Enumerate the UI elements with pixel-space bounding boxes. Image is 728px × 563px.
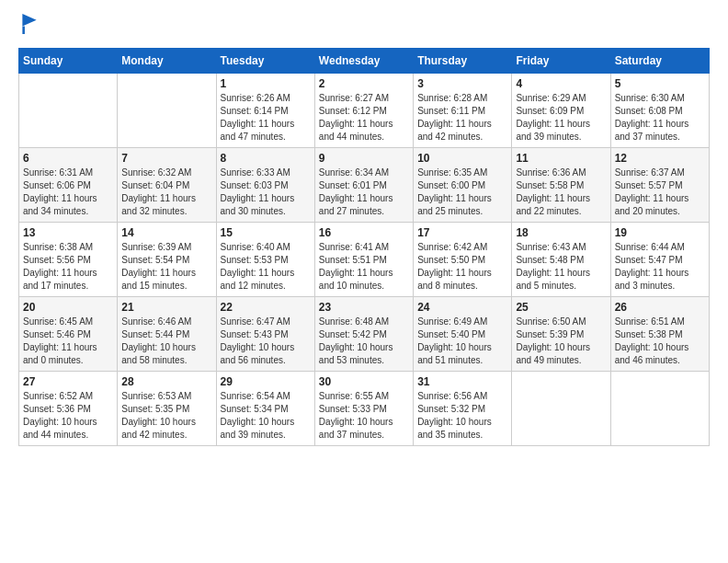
week-row-1: 1Sunrise: 6:26 AMSunset: 6:14 PMDaylight… <box>19 74 710 148</box>
svg-rect-1 <box>22 27 25 34</box>
page: SundayMondayTuesdayWednesdayThursdayFrid… <box>0 0 728 563</box>
day-number: 4 <box>516 77 606 90</box>
header-tuesday: Tuesday <box>216 49 314 74</box>
header <box>18 15 710 37</box>
cell-w3-d3: 16Sunrise: 6:41 AMSunset: 5:51 PMDayligh… <box>314 223 413 297</box>
header-saturday: Saturday <box>610 49 709 74</box>
day-info: Sunrise: 6:47 AMSunset: 5:43 PMDaylight:… <box>221 316 311 367</box>
header-sunday: Sunday <box>19 49 118 74</box>
day-info: Sunrise: 6:42 AMSunset: 5:50 PMDaylight:… <box>417 241 507 293</box>
day-number: 7 <box>121 152 211 165</box>
cell-w1-d1 <box>118 74 216 148</box>
day-info: Sunrise: 6:31 AMSunset: 6:06 PMDaylight:… <box>23 167 113 218</box>
cell-w2-d2: 8Sunrise: 6:33 AMSunset: 6:03 PMDaylight… <box>216 148 314 223</box>
day-number: 23 <box>319 301 409 314</box>
day-info: Sunrise: 6:27 AMSunset: 6:12 PMDaylight:… <box>319 92 409 144</box>
day-info: Sunrise: 6:26 AMSunset: 6:14 PMDaylight:… <box>221 92 311 144</box>
day-number: 3 <box>417 77 507 90</box>
cell-w3-d0: 13Sunrise: 6:38 AMSunset: 5:56 PMDayligh… <box>19 223 118 297</box>
day-number: 10 <box>417 152 507 165</box>
day-info: Sunrise: 6:52 AMSunset: 5:36 PMDaylight:… <box>23 390 113 442</box>
week-row-2: 6Sunrise: 6:31 AMSunset: 6:06 PMDaylight… <box>19 148 710 223</box>
cell-w5-d6 <box>610 372 709 446</box>
day-number: 19 <box>615 226 705 239</box>
day-number: 11 <box>516 152 606 165</box>
cell-w1-d4: 3Sunrise: 6:28 AMSunset: 6:11 PMDaylight… <box>414 74 512 148</box>
week-row-4: 20Sunrise: 6:45 AMSunset: 5:46 PMDayligh… <box>19 297 710 372</box>
cell-w5-d5 <box>512 372 610 446</box>
day-info: Sunrise: 6:48 AMSunset: 5:42 PMDaylight:… <box>319 316 409 367</box>
weekday-header-row: SundayMondayTuesdayWednesdayThursdayFrid… <box>19 49 710 74</box>
calendar-table: SundayMondayTuesdayWednesdayThursdayFrid… <box>18 48 710 446</box>
cell-w2-d5: 11Sunrise: 6:36 AMSunset: 5:58 PMDayligh… <box>512 148 610 223</box>
day-number: 18 <box>516 226 606 239</box>
day-info: Sunrise: 6:39 AMSunset: 5:54 PMDaylight:… <box>121 241 211 293</box>
cell-w4-d5: 25Sunrise: 6:50 AMSunset: 5:39 PMDayligh… <box>512 297 610 372</box>
day-number: 17 <box>417 226 507 239</box>
logo <box>18 15 38 37</box>
cell-w5-d0: 27Sunrise: 6:52 AMSunset: 5:36 PMDayligh… <box>19 372 118 446</box>
day-info: Sunrise: 6:45 AMSunset: 5:46 PMDaylight:… <box>23 316 113 367</box>
day-number: 13 <box>23 226 113 239</box>
cell-w5-d1: 28Sunrise: 6:53 AMSunset: 5:35 PMDayligh… <box>118 372 216 446</box>
day-number: 31 <box>417 375 507 388</box>
day-number: 8 <box>221 152 311 165</box>
cell-w3-d5: 18Sunrise: 6:43 AMSunset: 5:48 PMDayligh… <box>512 223 610 297</box>
cell-w1-d5: 4Sunrise: 6:29 AMSunset: 6:09 PMDaylight… <box>512 74 610 148</box>
day-number: 16 <box>319 226 409 239</box>
day-number: 12 <box>615 152 705 165</box>
cell-w1-d0 <box>19 74 118 148</box>
day-info: Sunrise: 6:56 AMSunset: 5:32 PMDaylight:… <box>417 390 507 442</box>
cell-w2-d1: 7Sunrise: 6:32 AMSunset: 6:04 PMDaylight… <box>118 148 216 223</box>
day-number: 30 <box>319 375 409 388</box>
cell-w3-d6: 19Sunrise: 6:44 AMSunset: 5:47 PMDayligh… <box>610 223 709 297</box>
cell-w4-d2: 22Sunrise: 6:47 AMSunset: 5:43 PMDayligh… <box>216 297 314 372</box>
day-info: Sunrise: 6:28 AMSunset: 6:11 PMDaylight:… <box>417 92 507 144</box>
cell-w2-d3: 9Sunrise: 6:34 AMSunset: 6:01 PMDaylight… <box>314 148 413 223</box>
week-row-3: 13Sunrise: 6:38 AMSunset: 5:56 PMDayligh… <box>19 223 710 297</box>
day-info: Sunrise: 6:44 AMSunset: 5:47 PMDaylight:… <box>615 241 705 293</box>
day-number: 28 <box>121 375 211 388</box>
day-info: Sunrise: 6:36 AMSunset: 5:58 PMDaylight:… <box>516 167 606 218</box>
day-info: Sunrise: 6:34 AMSunset: 6:01 PMDaylight:… <box>319 167 409 218</box>
cell-w4-d3: 23Sunrise: 6:48 AMSunset: 5:42 PMDayligh… <box>314 297 413 372</box>
day-info: Sunrise: 6:35 AMSunset: 6:00 PMDaylight:… <box>417 167 507 218</box>
svg-marker-0 <box>22 14 36 27</box>
cell-w2-d6: 12Sunrise: 6:37 AMSunset: 5:57 PMDayligh… <box>610 148 709 223</box>
header-monday: Monday <box>118 49 216 74</box>
cell-w5-d2: 29Sunrise: 6:54 AMSunset: 5:34 PMDayligh… <box>216 372 314 446</box>
day-info: Sunrise: 6:50 AMSunset: 5:39 PMDaylight:… <box>516 316 606 367</box>
day-info: Sunrise: 6:49 AMSunset: 5:40 PMDaylight:… <box>417 316 507 367</box>
day-info: Sunrise: 6:43 AMSunset: 5:48 PMDaylight:… <box>516 241 606 293</box>
day-info: Sunrise: 6:30 AMSunset: 6:08 PMDaylight:… <box>615 92 705 144</box>
day-info: Sunrise: 6:37 AMSunset: 5:57 PMDaylight:… <box>615 167 705 218</box>
day-number: 21 <box>121 301 211 314</box>
day-info: Sunrise: 6:55 AMSunset: 5:33 PMDaylight:… <box>319 390 409 442</box>
day-info: Sunrise: 6:33 AMSunset: 6:03 PMDaylight:… <box>221 167 311 218</box>
day-info: Sunrise: 6:38 AMSunset: 5:56 PMDaylight:… <box>23 241 113 293</box>
day-info: Sunrise: 6:53 AMSunset: 5:35 PMDaylight:… <box>121 390 211 442</box>
day-info: Sunrise: 6:29 AMSunset: 6:09 PMDaylight:… <box>516 92 606 144</box>
cell-w3-d4: 17Sunrise: 6:42 AMSunset: 5:50 PMDayligh… <box>414 223 512 297</box>
header-wednesday: Wednesday <box>314 49 413 74</box>
day-number: 15 <box>221 226 311 239</box>
header-thursday: Thursday <box>414 49 512 74</box>
cell-w3-d1: 14Sunrise: 6:39 AMSunset: 5:54 PMDayligh… <box>118 223 216 297</box>
cell-w1-d2: 1Sunrise: 6:26 AMSunset: 6:14 PMDaylight… <box>216 74 314 148</box>
day-number: 27 <box>23 375 113 388</box>
cell-w4-d4: 24Sunrise: 6:49 AMSunset: 5:40 PMDayligh… <box>414 297 512 372</box>
day-number: 22 <box>221 301 311 314</box>
cell-w4-d6: 26Sunrise: 6:51 AMSunset: 5:38 PMDayligh… <box>610 297 709 372</box>
cell-w1-d6: 5Sunrise: 6:30 AMSunset: 6:08 PMDaylight… <box>610 74 709 148</box>
day-number: 9 <box>319 152 409 165</box>
week-row-5: 27Sunrise: 6:52 AMSunset: 5:36 PMDayligh… <box>19 372 710 446</box>
cell-w4-d1: 21Sunrise: 6:46 AMSunset: 5:44 PMDayligh… <box>118 297 216 372</box>
day-info: Sunrise: 6:32 AMSunset: 6:04 PMDaylight:… <box>121 167 211 218</box>
day-info: Sunrise: 6:46 AMSunset: 5:44 PMDaylight:… <box>121 316 211 367</box>
cell-w1-d3: 2Sunrise: 6:27 AMSunset: 6:12 PMDaylight… <box>314 74 413 148</box>
day-number: 2 <box>319 77 409 90</box>
cell-w5-d4: 31Sunrise: 6:56 AMSunset: 5:32 PMDayligh… <box>414 372 512 446</box>
day-number: 29 <box>221 375 311 388</box>
day-number: 20 <box>23 301 113 314</box>
day-number: 14 <box>121 226 211 239</box>
